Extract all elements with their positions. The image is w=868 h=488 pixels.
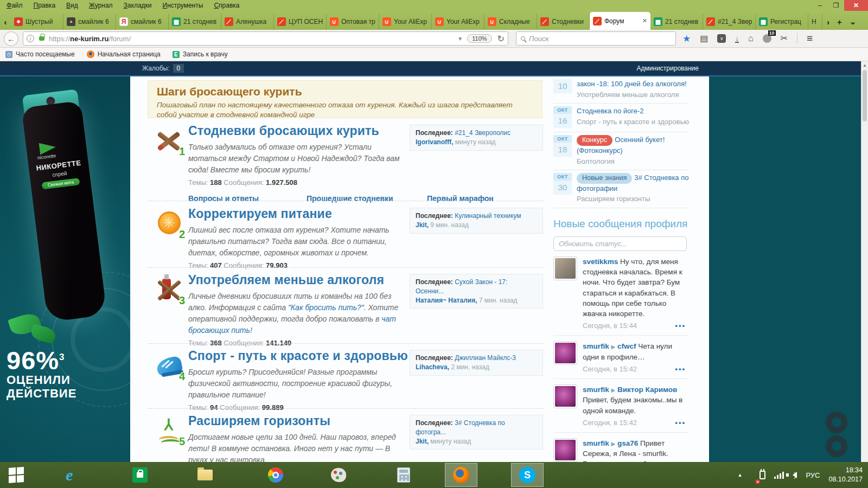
avatar[interactable] xyxy=(553,438,577,462)
tab-aliexpress-1[interactable]: ∪Your AliExp xyxy=(379,14,432,30)
message-recipient-link[interactable]: cfwcf xyxy=(617,342,636,350)
back-button[interactable]: ← xyxy=(4,31,18,46)
avatar[interactable] xyxy=(553,256,577,280)
category-title-link[interactable]: Употребляем меньше алкоголя xyxy=(188,273,408,287)
tab-sheet-21-2[interactable]: ▦21 стоднев xyxy=(650,14,703,30)
message-author-link[interactable]: svetikkms xyxy=(583,258,618,266)
tab-close-icon[interactable]: ✕ xyxy=(642,17,647,24)
minimize-button[interactable]: – xyxy=(812,0,828,11)
restore-button[interactable]: ❐ xyxy=(828,0,844,11)
clock[interactable]: 18:34 08.10.2017 xyxy=(828,466,863,485)
inline-link[interactable]: "Как бросить пить?" xyxy=(288,303,364,312)
upcoming-event[interactable]: 10 закон -18: 100 дней без алкоголя!Упот… xyxy=(553,76,689,104)
last-post-user[interactable]: Jkit, xyxy=(416,438,429,445)
tab-forum-active[interactable]: ／Форум✕ xyxy=(590,12,650,30)
avatar[interactable] xyxy=(553,341,577,365)
tab-smajlik-image[interactable]: ▲смайлик 6 xyxy=(63,14,116,30)
upcoming-event[interactable]: окт18 КонкурсОсенний букет! (Фотоконкурс… xyxy=(553,132,689,170)
last-post-link[interactable]: Кулинарный техникум xyxy=(455,212,521,220)
firefox-taskbar-button[interactable] xyxy=(445,463,477,487)
tab-list-icon[interactable]: ⌄ xyxy=(850,17,857,27)
skype-taskbar-button[interactable]: S xyxy=(511,463,544,487)
chrome-icon[interactable] xyxy=(267,466,284,484)
tab-cup-osen[interactable]: ／ЦУП ОСЕН xyxy=(274,14,327,30)
menu-history[interactable]: Журнал xyxy=(89,2,113,9)
tab-aliexpress-2[interactable]: ∪Your AliExp xyxy=(432,14,484,30)
menu-file[interactable]: Файл xyxy=(7,2,23,9)
message-recipient-link[interactable]: Виктор Каримов xyxy=(617,386,677,394)
category-title-link[interactable]: Стодневки бросающих курить xyxy=(188,124,408,138)
status-update-input[interactable] xyxy=(553,236,687,251)
url-bar[interactable]: i https://ne-kurim.ru/forum/ ▼ 110% ↻ xyxy=(23,31,508,46)
windows-store-icon[interactable] xyxy=(131,466,149,484)
paint-icon[interactable] xyxy=(330,466,347,484)
tab-registrac[interactable]: ▦Регистрац xyxy=(756,14,808,30)
zoom-level-badge[interactable]: 110% xyxy=(467,34,492,43)
scrollbar[interactable]: ▲ xyxy=(861,61,868,462)
event-title-link[interactable]: Новые знания3# Стодневка по фотографии xyxy=(577,173,689,193)
menu-view[interactable]: Вид xyxy=(66,2,78,9)
bookmark-start-page[interactable]: Начальная страница xyxy=(87,50,161,58)
calculator-icon[interactable] xyxy=(395,466,412,484)
tab-partial[interactable]: Н xyxy=(808,14,822,30)
bookmark-doctor[interactable]: EЗапись к врачу xyxy=(173,50,228,58)
start-button[interactable] xyxy=(8,466,25,484)
message-recipient-link[interactable]: gsa76 xyxy=(617,439,638,447)
event-title-link[interactable]: КонкурсОсенний букет! (Фотоконкурс) xyxy=(577,135,689,155)
event-title-link[interactable]: закон -18: 100 дней без алкоголя! xyxy=(577,79,687,89)
message-author-link[interactable]: smurfik xyxy=(583,439,609,447)
scroll-circle-button[interactable] xyxy=(826,412,847,433)
subforum-link[interactable]: Прошедшие стодневки xyxy=(307,194,427,203)
admin-link[interactable]: Администрирование xyxy=(637,65,699,72)
upcoming-event[interactable]: окт30 Новые знания3# Стодневка по фотогр… xyxy=(553,170,689,208)
category-title-link[interactable]: Корректируем питание xyxy=(188,207,408,221)
last-post-user[interactable]: Jkit, xyxy=(416,221,429,229)
url-dropdown-icon[interactable]: ▼ xyxy=(457,36,463,42)
avatar[interactable] xyxy=(553,384,577,408)
tab-21-4-zver[interactable]: ／#21_4 Звер xyxy=(703,14,756,30)
hamburger-menu-icon[interactable]: ≡ xyxy=(807,33,813,44)
upcoming-event[interactable]: окт16 Стодневка по йоге-2Спорт - путь к … xyxy=(553,104,689,132)
new-tab-icon[interactable]: + xyxy=(837,17,842,27)
last-post-user[interactable]: Lihacheva, xyxy=(416,363,449,371)
category-title-link[interactable]: Расширяем горизонты xyxy=(188,414,408,428)
tray-expand-icon[interactable]: ▲ xyxy=(737,472,742,478)
last-post-user[interactable]: Igorivanofff, xyxy=(416,138,453,146)
volume-icon[interactable] xyxy=(793,472,797,478)
event-title-link[interactable]: Стодневка по йоге-2 xyxy=(577,106,689,116)
last-post-link[interactable]: #21_4 Зверополис xyxy=(455,129,510,137)
downloads-icon[interactable]: ↓ xyxy=(735,35,739,43)
tab-skladnye[interactable]: ∪Складные xyxy=(484,14,537,30)
adblock-icon[interactable]: 10 xyxy=(763,34,771,43)
pocket-icon[interactable]: ∨ xyxy=(717,34,726,43)
tab-sheet-21[interactable]: ▦21 стоднев xyxy=(169,14,221,30)
tab-smajlik-yandex[interactable]: Ясмайлик 6 xyxy=(116,14,169,30)
subforum-link[interactable]: Первый марафон xyxy=(427,194,494,203)
category-title-link[interactable]: Спорт - путь к красоте и здоровью xyxy=(188,349,408,363)
reload-icon[interactable]: ↻ xyxy=(497,34,505,44)
last-post-link[interactable]: Джиллиан Майклс-3 xyxy=(455,354,516,362)
menu-help[interactable]: Справка xyxy=(214,2,239,9)
tab-stodnevki[interactable]: ／Стодневки xyxy=(537,14,590,30)
tab-scroll-left-icon[interactable]: ‹ xyxy=(0,14,11,30)
menu-bookmarks[interactable]: Закладки xyxy=(124,2,152,9)
menu-edit[interactable]: Правка xyxy=(34,2,56,9)
screenshot-scissors-icon[interactable]: ✂ xyxy=(781,34,788,43)
message-menu-icon[interactable]: ••• xyxy=(675,364,686,374)
nicorette-ad-banner[interactable]: nicorette НИКОРЕТТЕ спрей Свежая мята 96… xyxy=(0,76,130,462)
tab-shustryj[interactable]: ◆Шустрый xyxy=(11,14,63,30)
scrollbar-thumb[interactable] xyxy=(863,70,867,121)
network-signal-icon[interactable] xyxy=(774,472,784,479)
tab-alenushka[interactable]: ／Аленушка xyxy=(221,14,274,30)
page-info-icon[interactable]: i xyxy=(27,35,34,42)
message-author-link[interactable]: smurfik xyxy=(583,386,609,394)
library-icon[interactable]: ▤ xyxy=(700,34,708,43)
search-bar[interactable]: Поиск xyxy=(516,31,676,46)
tab-optovaya[interactable]: ∪Оптовая тр xyxy=(327,14,379,30)
home-icon[interactable]: ⌂ xyxy=(748,34,754,43)
tab-scroll-right-icon[interactable]: › xyxy=(827,17,829,27)
subforum-link[interactable]: Вопросы и ответы xyxy=(188,194,307,203)
bookmark-star-icon[interactable]: ★ xyxy=(682,34,691,43)
menu-tools[interactable]: Инструменты xyxy=(163,2,203,9)
bookmark-frequent[interactable]: ◷Часто посещаемые xyxy=(5,50,75,58)
